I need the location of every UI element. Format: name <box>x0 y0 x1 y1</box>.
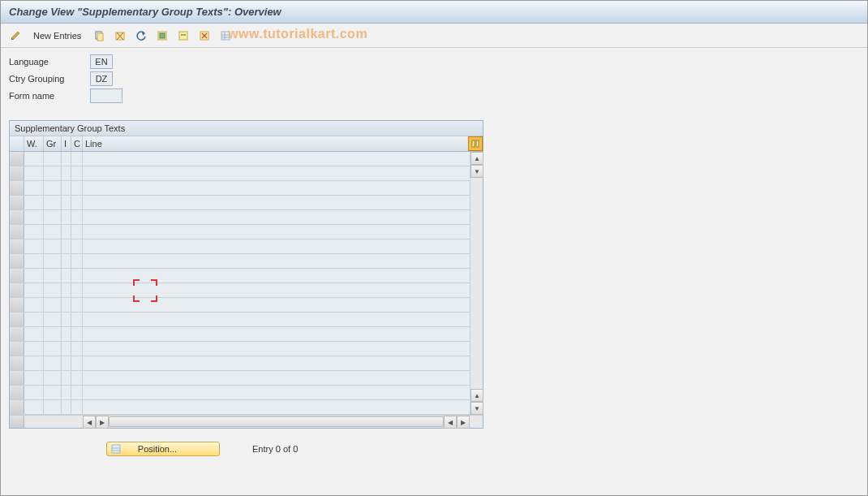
form-name-input[interactable] <box>90 88 122 103</box>
new-entries-button[interactable]: New Entries <box>28 29 86 42</box>
form-name-label: Form name <box>9 91 90 101</box>
table-configure-icon[interactable] <box>468 136 483 151</box>
horizontal-scrollbar[interactable]: ◀ ▶ ◀ ▶ <box>10 415 483 428</box>
display-change-toggle-icon[interactable] <box>7 28 24 44</box>
entry-count-text: Entry 0 of 0 <box>252 444 298 454</box>
table-row[interactable] <box>10 386 470 400</box>
table-rows <box>10 152 470 415</box>
column-header-w[interactable]: W. <box>24 136 44 151</box>
form-row-language: Language <box>9 54 859 69</box>
copy-as-icon[interactable] <box>91 28 107 44</box>
scroll-down-icon[interactable]: ▼ <box>471 165 483 178</box>
svg-rect-1 <box>97 33 103 41</box>
svg-rect-4 <box>160 33 165 38</box>
table-row[interactable] <box>10 239 470 254</box>
position-label: Position... <box>138 444 177 454</box>
ctry-grouping-input[interactable] <box>90 71 113 86</box>
hscroll-thumb[interactable] <box>109 416 444 427</box>
form-area: Language Ctry Grouping Form name <box>1 48 867 112</box>
table-row[interactable] <box>10 210 470 225</box>
table-row[interactable] <box>10 181 470 196</box>
page-title: Change View "Supplementary Group Texts":… <box>9 6 281 18</box>
language-label: Language <box>9 57 90 67</box>
svg-rect-15 <box>476 140 479 147</box>
svg-rect-14 <box>472 140 475 147</box>
table-row[interactable] <box>10 254 470 269</box>
toolbar: New Entries www.tutorialkart.com <box>1 24 867 48</box>
column-header-c[interactable]: C <box>71 136 83 151</box>
table-row[interactable] <box>10 283 470 298</box>
table-row[interactable] <box>10 313 470 327</box>
table-row[interactable] <box>10 298 470 313</box>
table-row[interactable] <box>10 356 470 371</box>
table-row[interactable] <box>10 400 470 415</box>
select-all-icon[interactable] <box>154 28 170 44</box>
table-row[interactable] <box>10 342 470 356</box>
scroll-left2-icon[interactable]: ◀ <box>444 416 457 429</box>
scroll-down2-icon[interactable]: ▼ <box>471 402 483 415</box>
table-row[interactable] <box>10 152 470 166</box>
table-row[interactable] <box>10 225 470 239</box>
vertical-scrollbar[interactable]: ▲ ▼ ▲ ▼ <box>470 152 483 415</box>
deselect-all-icon[interactable] <box>196 28 213 44</box>
column-header-gr[interactable]: Gr <box>44 136 62 151</box>
svg-rect-16 <box>112 445 120 453</box>
footer: Position... Entry 0 of 0 <box>1 437 867 461</box>
form-row-ctry: Ctry Grouping <box>9 71 859 86</box>
panel-title: Supplementary Group Texts <box>10 121 483 136</box>
svg-rect-6 <box>181 34 186 36</box>
table-row[interactable] <box>10 196 470 210</box>
select-block-icon[interactable] <box>175 28 191 44</box>
form-row-formname: Form name <box>9 88 859 103</box>
delete-icon[interactable] <box>112 28 128 44</box>
scroll-left-icon[interactable]: ◀ <box>83 416 96 429</box>
undo-change-icon[interactable] <box>133 28 149 44</box>
scroll-up-icon[interactable]: ▲ <box>471 152 483 165</box>
position-icon <box>110 443 122 455</box>
table-row[interactable] <box>10 166 470 181</box>
watermark-text: www.tutorialkart.com <box>228 27 367 41</box>
position-button[interactable]: Position... <box>106 442 220 456</box>
scroll-up2-icon[interactable]: ▲ <box>471 389 483 402</box>
language-input[interactable] <box>90 54 113 69</box>
column-header-selector[interactable] <box>10 136 24 151</box>
column-header-line[interactable]: Line <box>83 136 468 151</box>
table-panel: Supplementary Group Texts W. Gr I C Line <box>9 120 483 429</box>
table-row[interactable] <box>10 371 470 386</box>
scroll-right-icon[interactable]: ▶ <box>96 416 109 429</box>
titlebar: Change View "Supplementary Group Texts":… <box>1 1 867 24</box>
column-header-i[interactable]: I <box>62 136 71 151</box>
ctry-grouping-label: Ctry Grouping <box>9 74 90 84</box>
table-header-row: W. Gr I C Line <box>10 136 483 152</box>
table-body: ▲ ▼ ▲ ▼ <box>10 152 483 415</box>
scroll-right2-icon[interactable]: ▶ <box>457 416 470 429</box>
table-row[interactable] <box>10 327 470 342</box>
table-row[interactable] <box>10 269 470 283</box>
